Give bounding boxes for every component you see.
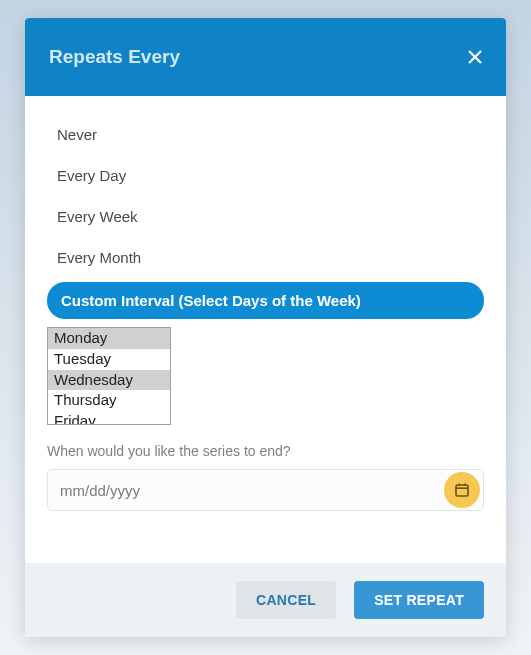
day-monday[interactable]: Monday: [48, 328, 170, 349]
repeats-modal: Repeats Every Never Every Day Every Week…: [25, 18, 506, 637]
modal-header: Repeats Every: [25, 18, 506, 96]
svg-rect-2: [456, 485, 468, 496]
end-date-input[interactable]: mm/dd/yyyy: [47, 469, 484, 511]
close-icon: [466, 48, 484, 66]
modal-footer: CANCEL SET REPEAT: [25, 563, 506, 637]
day-wednesday[interactable]: Wednesday: [48, 370, 170, 391]
open-calendar-button[interactable]: [444, 472, 480, 508]
day-multiselect[interactable]: Monday Tuesday Wednesday Thursday Friday…: [47, 327, 171, 425]
option-every-day[interactable]: Every Day: [47, 155, 484, 196]
calendar-icon: [454, 482, 470, 498]
close-button[interactable]: [462, 44, 488, 70]
end-date-label: When would you like the series to end?: [47, 443, 484, 459]
end-date-row: mm/dd/yyyy: [47, 469, 484, 511]
day-tuesday[interactable]: Tuesday: [48, 349, 170, 370]
option-never[interactable]: Never: [47, 114, 484, 155]
option-every-month[interactable]: Every Month: [47, 237, 484, 278]
cancel-button[interactable]: CANCEL: [236, 581, 336, 619]
modal-title: Repeats Every: [49, 46, 180, 68]
option-custom-interval[interactable]: Custom Interval (Select Days of the Week…: [47, 282, 484, 319]
modal-body: Never Every Day Every Week Every Month C…: [25, 96, 506, 563]
end-date-placeholder: mm/dd/yyyy: [60, 482, 140, 499]
set-repeat-button[interactable]: SET REPEAT: [354, 581, 484, 619]
day-thursday[interactable]: Thursday: [48, 390, 170, 411]
option-every-week[interactable]: Every Week: [47, 196, 484, 237]
day-friday[interactable]: Friday: [48, 411, 170, 425]
